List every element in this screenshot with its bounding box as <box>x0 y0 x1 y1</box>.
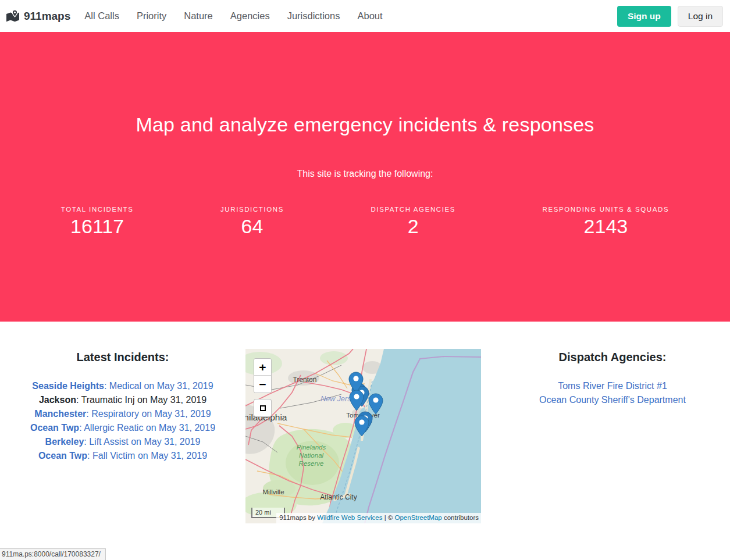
attribution-text: | © <box>382 514 394 521</box>
hero-subtitle: This site is tracking the following: <box>0 169 730 179</box>
stat-responding-units: RESPONDING UNITS & SQUADS 2143 <box>543 206 670 238</box>
nav-item-agencies[interactable]: Agencies <box>230 10 270 22</box>
stat-label: RESPONDING UNITS & SQUADS <box>543 206 670 213</box>
map-attribution: 911maps by Wildfire Web Services | © Ope… <box>276 513 481 523</box>
map-label-millville: Millville <box>262 488 284 495</box>
incident-place: Ocean Twp <box>38 451 87 461</box>
nav-buttons: Sign up Log in <box>617 6 723 27</box>
incident-detail: : Medical on May 31, 2019 <box>104 381 213 391</box>
map-canvas[interactable]: Trenton New Jersey Philadelphia Toms Riv… <box>245 349 481 523</box>
map-label-trenton: Trenton <box>293 376 317 384</box>
incident-detail: : Lift Assist on May 31, 2019 <box>84 437 200 447</box>
stat-label: JURISDICTIONS <box>220 206 284 213</box>
hero-section: Map and analyze emergency incidents & re… <box>0 32 730 322</box>
incident-place: Ocean Twp <box>30 423 79 433</box>
incident-detail: : Allergic Reatic on May 31, 2019 <box>79 423 215 433</box>
incident-link-ocean-twp-allergic[interactable]: Ocean Twp: Allergic Reatic on May 31, 20… <box>0 421 245 435</box>
stat-value: 2143 <box>543 215 670 238</box>
incident-place: Jackson <box>39 395 76 405</box>
nav-links: All Calls Priority Nature Agencies Juris… <box>84 10 617 22</box>
map-label-pinelands-3: Reserve <box>299 460 324 467</box>
lower-content: Latest Incidents: Seaside Heights: Medic… <box>0 322 730 523</box>
incident-detail: : Fall Victim on May 31, 2019 <box>87 451 207 461</box>
map-zoom-control: + − <box>254 358 272 393</box>
top-navbar: 911maps All Calls Priority Nature Agenci… <box>0 0 730 32</box>
dispatch-agencies-heading: Dispatch Agencies: <box>495 351 730 364</box>
nav-item-nature[interactable]: Nature <box>184 10 213 22</box>
stat-total-incidents: TOTAL INCIDENTS 16117 <box>61 206 134 238</box>
stat-label: DISPATCH AGENCIES <box>371 206 455 213</box>
openstreetmap-link[interactable]: OpenStreetMap <box>395 514 442 521</box>
hero-title: Map and analyze emergency incidents & re… <box>0 113 730 136</box>
incident-place: Manchester <box>34 409 86 419</box>
sign-up-button[interactable]: Sign up <box>617 6 671 27</box>
attribution-text: contributors <box>442 514 479 521</box>
incident-link-ocean-twp-fall[interactable]: Ocean Twp: Fall Victim on May 31, 2019 <box>0 449 245 463</box>
map-label-pinelands-1: Pinelands <box>297 444 326 451</box>
map-zoom-out-button[interactable]: − <box>254 376 271 393</box>
incident-link-jackson[interactable]: Jackson: Traumatic Inj on May 31, 2019 <box>0 393 245 407</box>
stat-value: 16117 <box>61 215 134 238</box>
stat-value: 2 <box>371 215 455 238</box>
nav-item-priority[interactable]: Priority <box>137 10 166 22</box>
incident-place: Seaside Heights <box>32 381 104 391</box>
incident-detail: : Respiratory on May 31, 2019 <box>86 409 211 419</box>
stat-dispatch-agencies: DISPATCH AGENCIES 2 <box>371 206 455 238</box>
nav-item-jurisdictions[interactable]: Jurisdictions <box>287 10 340 22</box>
extent-square-icon <box>260 405 266 411</box>
incident-map[interactable]: Trenton New Jersey Philadelphia Toms Riv… <box>245 349 481 523</box>
wildfire-web-services-link[interactable]: Wildfire Web Services <box>317 514 382 521</box>
brand-text: 911maps <box>24 10 70 23</box>
status-bar-url: 911ma.ps:8000/call/170083327/ <box>0 548 106 560</box>
stat-value: 64 <box>220 215 284 238</box>
agency-link-ocean-county-sheriff[interactable]: Ocean County Sheriff's Department <box>495 393 730 407</box>
map-label-pinelands-2: National <box>299 452 324 459</box>
log-in-button[interactable]: Log in <box>678 6 723 27</box>
agency-link-toms-river-fire[interactable]: Toms River Fire District #1 <box>495 379 730 393</box>
attribution-text: 911maps by <box>279 514 317 521</box>
nav-item-about[interactable]: About <box>357 10 382 22</box>
incident-detail: : Traumatic Inj on May 31, 2019 <box>76 395 206 405</box>
incident-place: Berkeley <box>45 437 84 447</box>
map-logo-icon <box>6 9 20 23</box>
map-label-atlantic-city: Atlantic City <box>320 493 357 501</box>
hero-stats: TOTAL INCIDENTS 16117 JURISDICTIONS 64 D… <box>0 206 730 238</box>
dispatch-agencies-section: Dispatch Agencies: Toms River Fire Distr… <box>481 349 730 407</box>
incident-link-manchester[interactable]: Manchester: Respiratory on May 31, 2019 <box>0 407 245 421</box>
latest-incidents-heading: Latest Incidents: <box>0 351 245 364</box>
incident-link-seaside-heights[interactable]: Seaside Heights: Medical on May 31, 2019 <box>0 379 245 393</box>
brand[interactable]: 911maps <box>6 9 70 23</box>
nav-item-all-calls[interactable]: All Calls <box>84 10 119 22</box>
map-zoom-in-button[interactable]: + <box>254 359 271 376</box>
latest-incidents-section: Latest Incidents: Seaside Heights: Medic… <box>0 349 245 463</box>
stat-label: TOTAL INCIDENTS <box>61 206 134 213</box>
incident-link-berkeley[interactable]: Berkeley: Lift Assist on May 31, 2019 <box>0 435 245 449</box>
map-extent-button[interactable] <box>254 399 272 417</box>
stat-jurisdictions: JURISDICTIONS 64 <box>220 206 284 238</box>
